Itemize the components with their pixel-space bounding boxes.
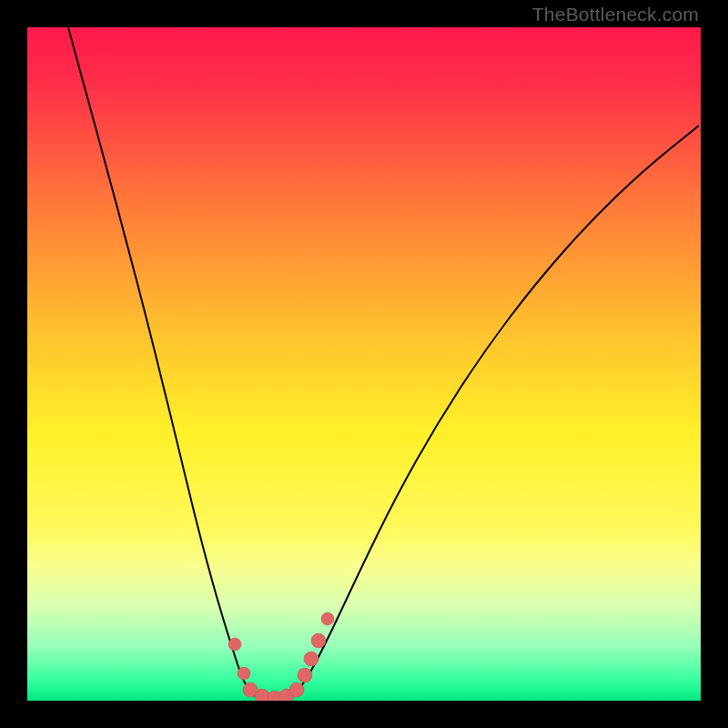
- data-marker: [311, 633, 326, 648]
- data-marker: [289, 682, 304, 697]
- data-marker: [238, 667, 250, 680]
- background-gradient: [27, 27, 701, 701]
- data-marker: [228, 638, 241, 651]
- data-marker: [298, 668, 312, 682]
- data-marker: [321, 612, 334, 625]
- data-marker: [304, 652, 318, 666]
- plot-area: [27, 27, 701, 701]
- plot-svg: [27, 27, 701, 701]
- data-marker: [255, 689, 269, 701]
- figure-frame: TheBottleneck.com: [0, 0, 728, 728]
- watermark-text: TheBottleneck.com: [532, 4, 699, 25]
